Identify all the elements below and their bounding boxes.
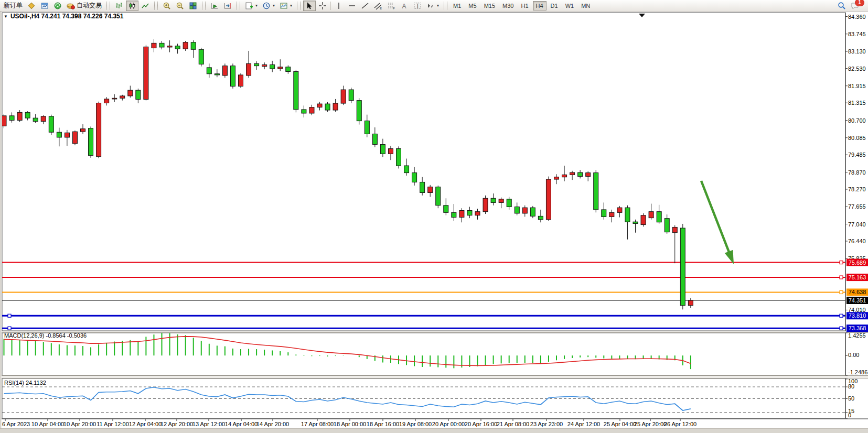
timeframe-button-m1[interactable]: M1 [450,1,464,10]
line-handle[interactable] [840,327,843,330]
candle-body [270,64,275,69]
period-clock-button[interactable]: ▾ [260,1,277,11]
macd-pane [2,333,845,375]
candle-body [167,46,172,47]
candle-body [388,149,393,154]
search-button[interactable] [835,1,848,11]
toolbar-grip [237,2,240,10]
candle-body [633,222,638,223]
search-icon [838,2,846,10]
chart-canvas[interactable]: 84.36083.74583.13082.53081.91581.31580.7… [0,12,868,433]
time-tick-label: 25 Apr 20:00 [634,421,667,427]
gold-diamond-button[interactable] [25,1,38,11]
notification-badge: 1 [855,0,864,6]
line-handle[interactable] [840,290,843,294]
toolbar-separator [330,2,331,10]
candle-body [625,208,630,222]
zoom-out-button[interactable] [174,1,186,11]
text-tool-button[interactable]: A [398,1,411,11]
bar-chart-type-button[interactable] [113,1,125,11]
cursor-tool-button[interactable] [303,1,316,11]
line-handle[interactable] [840,261,843,264]
line-handle[interactable] [8,314,11,317]
candle-body [215,74,219,75]
market-signal-button[interactable] [51,1,64,11]
candle-body [444,205,448,213]
candle-body [104,99,109,103]
new-chart-icon [245,2,253,10]
new-order-button[interactable]: 新订单 [2,1,25,11]
line-chart-type-button[interactable] [139,1,152,11]
arrows-tool-button[interactable]: ▾ [424,1,441,11]
candle-body [136,90,141,99]
chat-button[interactable]: 1 [849,1,861,11]
candle-body [522,208,527,213]
toolbar-grip [444,2,447,10]
price-tick-label: 81.915 [848,83,866,89]
line-handle[interactable] [840,276,843,279]
fibonacci-icon: F [387,2,395,10]
candle-body [467,211,472,215]
candle-body [657,212,661,222]
price-line-label-text: 74.638 [849,289,866,295]
templates-button[interactable]: ▾ [277,1,294,11]
zoom-in-icon [163,2,171,10]
macd-scale-label: -1.2486 [848,369,867,375]
auto-scroll-button[interactable] [208,1,221,11]
candle-body [570,172,575,175]
timeframe-button-mn[interactable]: MN [578,1,593,10]
candle-body [349,90,353,101]
zoom-in-button[interactable] [160,1,173,11]
channel-tool-button[interactable]: E [372,1,384,11]
candle-body [365,121,369,134]
time-tick-label: 23 Apr 23:00 [530,421,563,427]
candle-body [175,46,180,49]
dropdown-caret-icon: ▾ [273,3,275,8]
candle-body [41,116,46,122]
candle-body [507,199,511,207]
chart-shift-button[interactable] [221,1,234,11]
time-tick-label: 14 Apr 04:00 [225,421,258,427]
timeframe-button-h1[interactable]: H1 [518,1,531,10]
candle-body [128,90,133,96]
timeframe-button-m5[interactable]: M5 [465,1,479,10]
macd-scale-label: 0.00 [848,352,859,358]
text-label-tool-button[interactable]: T [411,1,424,11]
time-tick-label: 10 Apr 20:00 [63,421,96,427]
macd-scale-label: 1.4255 [848,332,866,339]
price-axis[interactable]: 84.36083.74583.13082.53081.91581.31580.7… [845,13,868,418]
toolbar-grip [154,2,158,10]
time-tick-label: 10 Apr 04:00 [31,421,64,427]
candle-body [357,101,361,121]
timeframe-button-w1[interactable]: W1 [562,1,577,10]
tile-windows-button[interactable] [187,1,199,11]
toolbar: 新订单 自动交易 [0,0,868,12]
timeframe-button-d1[interactable]: D1 [548,1,561,10]
profiles-button[interactable] [38,1,51,11]
price-tick-label: 82.530 [848,66,866,72]
candle-body [286,67,291,72]
time-tick-label: 18 Apr 16:00 [367,421,399,427]
vertical-line-tool-button[interactable] [333,1,345,11]
candle-body [546,179,551,220]
line-handle[interactable] [840,314,843,317]
price-line-label-text: 75.689 [849,259,866,266]
timeframe-button-h4[interactable]: H4 [533,1,546,10]
horizontal-line-tool-button[interactable] [346,1,358,11]
candle-body [159,43,164,47]
timeframe-button-m30[interactable]: M30 [499,1,517,10]
fibonacci-tool-button[interactable]: F [385,1,398,11]
autotrading-button[interactable]: 自动交易 [65,1,104,11]
crosshair-tool-button[interactable] [316,1,329,11]
svg-text:T: T [416,3,420,9]
trendline-tool-button[interactable] [359,1,371,11]
candle-body [404,166,409,173]
time-axis[interactable]: 6 Apr 202310 Apr 04:0010 Apr 20:0011 Apr… [0,419,868,427]
chart-collapse-arrow-icon[interactable]: ▼ [4,14,8,19]
candlestick-chart-type-button[interactable] [126,1,138,11]
line-handle[interactable] [8,327,11,330]
new-chart-button[interactable]: ▾ [243,1,260,11]
timeframe-button-m15[interactable]: M15 [481,1,498,10]
svg-text:F: F [393,7,395,10]
candle-body [554,177,559,179]
